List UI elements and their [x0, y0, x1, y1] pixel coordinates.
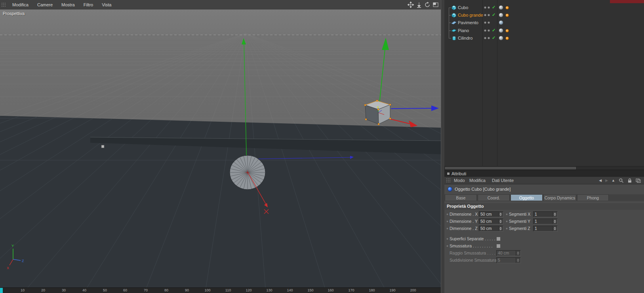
material-tag-icon[interactable] — [499, 28, 503, 33]
object-label[interactable]: Piano — [458, 28, 469, 33]
texture-tag-icon[interactable] — [505, 6, 509, 10]
texture-tag-icon[interactable] — [505, 36, 509, 40]
keyframe-dot[interactable] — [506, 228, 508, 230]
viewport-3d-scene[interactable]: Prospettiva — [0, 10, 441, 287]
panel-grip-icon[interactable] — [446, 178, 451, 183]
keyframe-dot[interactable] — [446, 220, 448, 222]
history-forward-icon[interactable]: ▶ — [605, 178, 608, 183]
render-visibility-dot[interactable] — [488, 14, 490, 16]
render-visibility-dot[interactable] — [488, 29, 490, 32]
texture-tag-icon[interactable] — [505, 29, 509, 33]
cube-object-icon[interactable] — [451, 12, 457, 18]
ruler-tick: 160 — [328, 288, 333, 292]
cube-object-icon[interactable] — [451, 5, 457, 10]
tab-corpo-dynamics[interactable]: Corpo Dynamics — [543, 194, 576, 201]
plane-object-icon[interactable] — [451, 28, 457, 33]
stepper[interactable] — [498, 212, 503, 217]
superfici-separate-checkbox[interactable] — [496, 237, 501, 241]
rotate-view-icon[interactable] — [424, 2, 431, 8]
search-icon[interactable] — [619, 178, 624, 183]
timeline-ruler[interactable]: 10 20 30 40 50 60 70 80 90 100 110 120 1… — [0, 287, 441, 293]
stepper[interactable] — [553, 212, 557, 217]
stepper[interactable] — [498, 219, 503, 224]
ruler-tick: 50 — [103, 288, 107, 292]
ruler-tick: 120 — [246, 288, 252, 292]
menu-modifica[interactable]: Modifica — [8, 0, 33, 10]
keyframe-dot[interactable] — [446, 238, 448, 240]
stepper[interactable] — [553, 226, 557, 231]
mode-menu[interactable]: Modo — [454, 177, 465, 184]
object-label[interactable]: Cilindro — [458, 36, 473, 40]
editor-visibility-dot[interactable] — [484, 37, 486, 39]
tab-phong[interactable]: Phong — [577, 194, 609, 201]
panel-grip-icon[interactable] — [1, 2, 6, 7]
scrollbar-thumb[interactable] — [445, 167, 576, 169]
cylinder-object[interactable] — [230, 155, 265, 190]
section-header[interactable]: Proprietà Oggetto — [444, 203, 644, 210]
enabled-check-icon[interactable]: ✓ — [492, 12, 495, 17]
texture-tag-icon[interactable] — [505, 13, 509, 17]
parent-object-icon[interactable]: ▲ — [612, 178, 615, 183]
editor-visibility-dot[interactable] — [484, 29, 486, 32]
render-visibility-dot[interactable] — [488, 21, 490, 24]
stepper[interactable] — [553, 219, 557, 224]
modifica-menu[interactable]: Modifica — [469, 177, 486, 184]
editor-visibility-dot[interactable] — [484, 14, 486, 16]
selection-handle[interactable] — [101, 145, 104, 148]
ruler-tick: 170 — [348, 288, 354, 292]
menu-camere[interactable]: Camere — [33, 0, 57, 10]
enabled-check-icon[interactable]: ✓ — [492, 35, 495, 40]
keyframe-dot[interactable] — [446, 245, 448, 247]
attributes-titlebar[interactable]: Attributi — [444, 170, 644, 177]
material-tag-icon[interactable] — [499, 13, 503, 17]
tab-coord[interactable]: Coord. — [478, 194, 510, 201]
object-row-cubo-grande[interactable]: Cubo grande ✓ — [444, 11, 644, 19]
history-back-icon[interactable]: ◀ — [599, 178, 602, 183]
dimensione-z-field[interactable]: 50 cm — [479, 226, 503, 232]
editor-visibility-dot[interactable] — [484, 6, 486, 9]
editor-visibility-dot[interactable] — [484, 21, 486, 24]
smussatura-checkbox[interactable] — [496, 244, 501, 248]
new-panel-icon[interactable] — [636, 178, 641, 183]
tab-base[interactable]: Base — [445, 194, 477, 201]
object-row-pavimento[interactable]: Pavimento — [444, 19, 644, 27]
enabled-check-icon[interactable]: ✓ — [492, 28, 495, 33]
menu-filtro[interactable]: Filtro — [79, 0, 97, 10]
material-tag-icon[interactable] — [499, 5, 503, 10]
object-row-cubo[interactable]: Cubo ✓ — [444, 4, 644, 11]
stepper[interactable] — [498, 226, 503, 231]
viewport-camera-label[interactable]: Prospettiva — [3, 11, 25, 16]
object-label[interactable]: Cubo — [458, 5, 468, 10]
menu-mostra[interactable]: Mostra — [57, 0, 79, 10]
segmenti-x-field[interactable]: 1 — [533, 211, 558, 217]
keyframe-dot[interactable] — [446, 213, 448, 215]
lock-icon[interactable] — [627, 178, 632, 183]
cylinder-object-icon[interactable] — [451, 35, 457, 41]
dolly-view-icon[interactable] — [416, 2, 422, 8]
tab-oggetto[interactable]: Oggetto — [511, 194, 543, 201]
material-tag-icon[interactable] — [499, 20, 503, 25]
render-visibility-dot[interactable] — [488, 37, 490, 39]
menu-vista[interactable]: Vista — [97, 0, 116, 10]
object-row-piano[interactable]: Piano ✓ — [444, 27, 644, 34]
keyframe-dot[interactable] — [446, 228, 448, 230]
object-row-cilindro[interactable]: Cilindro ✓ — [444, 34, 644, 42]
material-tag-icon[interactable] — [499, 36, 503, 40]
enabled-check-icon[interactable]: ✓ — [492, 5, 495, 10]
viewport-panel: Modifica Camere Mostra Filtro Vista — [0, 0, 441, 293]
render-visibility-dot[interactable] — [488, 6, 490, 9]
object-label-selected[interactable]: Cubo grande — [458, 13, 483, 17]
keyframe-dot[interactable] — [506, 213, 508, 215]
floor-object-icon[interactable] — [451, 20, 457, 25]
maximize-view-icon[interactable] — [433, 2, 439, 8]
pan-view-icon[interactable] — [408, 2, 414, 8]
dati-utente-menu[interactable]: Dati Utente — [492, 177, 514, 184]
dimensione-y-field[interactable]: 50 cm — [479, 218, 503, 224]
param-row-superfici: Superfici Separate . . . . . — [444, 236, 644, 242]
segmenti-y-field[interactable]: 1 — [533, 218, 558, 224]
dimensione-x-field[interactable]: 50 cm — [479, 211, 503, 217]
segmenti-z-field[interactable]: 1 — [533, 226, 558, 232]
object-label[interactable]: Pavimento — [458, 20, 478, 25]
keyframe-dot[interactable] — [506, 220, 508, 222]
cinema4d-window: Modifica Camere Mostra Filtro Vista — [0, 0, 644, 293]
